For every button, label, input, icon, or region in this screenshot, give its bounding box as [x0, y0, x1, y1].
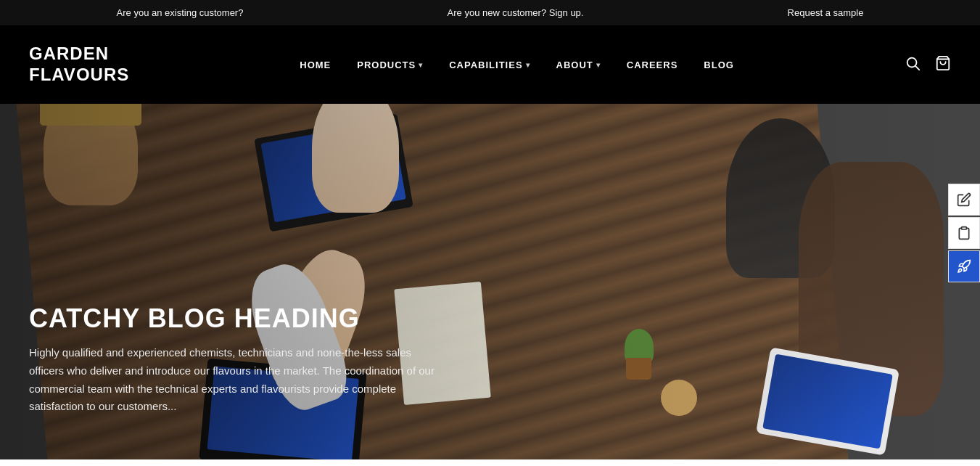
cart-icon[interactable]	[935, 55, 951, 75]
hero-content: CATCHY BLOG HEADING Highly qualified and…	[29, 303, 442, 416]
site-header: GARDEN FLAVOURS HOME PRODUCTS ▾ CAPABILI…	[0, 25, 980, 104]
clipboard-tool-button[interactable]	[948, 217, 980, 249]
edit-tool-button[interactable]	[948, 184, 980, 216]
nav-blog[interactable]: BLOG	[704, 60, 734, 70]
main-nav: HOME PRODUCTS ▾ CAPABILITIES ▾ ABOUT ▾ C…	[300, 60, 734, 70]
side-toolbar	[948, 184, 980, 282]
nav-careers[interactable]: CAREERS	[627, 60, 678, 70]
svg-rect-3	[962, 227, 967, 229]
svg-line-1	[915, 66, 919, 70]
nav-about[interactable]: ABOUT ▾	[556, 60, 601, 70]
nav-products[interactable]: PRODUCTS ▾	[357, 60, 423, 70]
site-logo[interactable]: GARDEN FLAVOURS	[29, 44, 129, 86]
capabilities-chevron-icon: ▾	[526, 61, 530, 69]
announcement-sample[interactable]: Request a sample	[788, 7, 864, 18]
announcement-new-customer[interactable]: Are you new customer? Sign up.	[448, 7, 584, 18]
announcement-existing-customer[interactable]: Are you an existing customer?	[117, 7, 244, 18]
hero-heading: CATCHY BLOG HEADING	[29, 303, 442, 334]
rocket-tool-button[interactable]	[948, 250, 980, 282]
search-icon[interactable]	[905, 55, 921, 75]
nav-capabilities[interactable]: CAPABILITIES ▾	[449, 60, 530, 70]
announcement-bar: Are you an existing customer? Are you ne…	[0, 0, 980, 25]
header-icons	[905, 55, 951, 75]
nav-home[interactable]: HOME	[300, 60, 331, 70]
hero-body-text: Highly qualified and experienced chemist…	[29, 344, 442, 416]
hero-section: CATCHY BLOG HEADING Highly qualified and…	[0, 104, 980, 459]
products-chevron-icon: ▾	[419, 61, 423, 69]
about-chevron-icon: ▾	[596, 61, 601, 69]
